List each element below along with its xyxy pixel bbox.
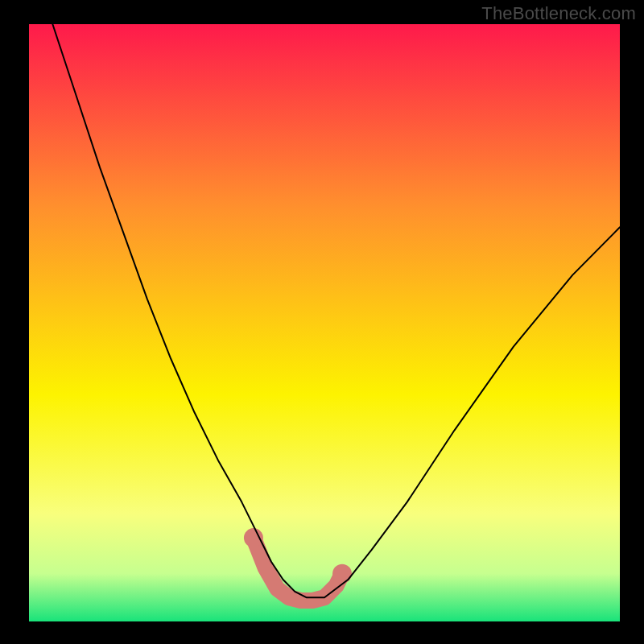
- chart-stage: TheBottleneck.com: [0, 0, 644, 644]
- bottleneck-chart: [0, 0, 644, 644]
- watermark-text: TheBottleneck.com: [481, 3, 636, 24]
- highlight-endpoint-b: [332, 564, 352, 584]
- plot-background: [29, 24, 620, 621]
